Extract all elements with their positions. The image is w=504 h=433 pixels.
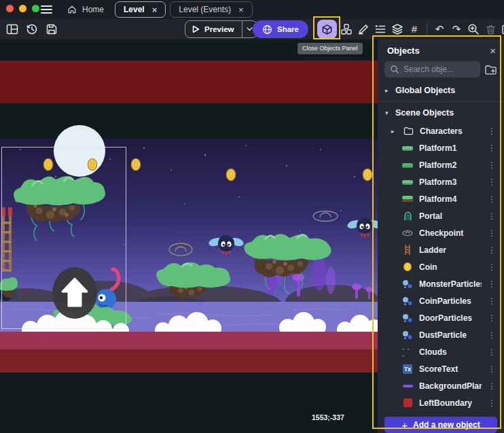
object-row-platform3[interactable]: Platform3 ⋮	[378, 173, 504, 190]
redo-icon[interactable]: ↷	[450, 22, 463, 36]
add-folder-icon[interactable]	[484, 64, 497, 75]
checkpoint-icon	[402, 230, 413, 237]
cube-icon	[321, 24, 333, 35]
object-row-ladder[interactable]: Ladder ⋮	[378, 241, 504, 258]
kebab-menu-icon[interactable]: ⋮	[488, 211, 496, 221]
kebab-menu-icon[interactable]: ⋮	[488, 245, 496, 255]
kebab-menu-icon[interactable]: ⋮	[488, 126, 496, 136]
tab-label: Home	[82, 5, 104, 14]
zoom-in-icon[interactable]	[467, 22, 480, 36]
tab-level[interactable]: Level ×	[115, 1, 166, 18]
plants-line-icon	[402, 385, 413, 387]
objects-panel-title: Objects	[387, 46, 490, 56]
panels-layout-icon[interactable]	[5, 22, 19, 36]
group-scene-objects[interactable]: ▾ Scene Objects	[378, 105, 504, 121]
scene-editor-canvas[interactable]: 1553;-337	[0, 39, 378, 433]
kebab-menu-icon[interactable]: ⋮	[488, 398, 496, 408]
object-row-backgroundplants[interactable]: BackgroundPlants ⋮	[378, 377, 504, 394]
minimize-window-icon[interactable]	[19, 5, 26, 12]
checkpoint-outline-2[interactable]	[169, 243, 192, 256]
caret-collapsed-icon: ▸	[385, 87, 391, 94]
object-row-monsterparticles[interactable]: MonsterParticles ⋮	[378, 275, 504, 292]
tab-label: Level (Events)	[179, 5, 231, 14]
close-panel-icon[interactable]: ×	[490, 45, 496, 56]
kebab-menu-icon[interactable]: ⋮	[488, 364, 496, 374]
monster-bat[interactable]	[208, 235, 245, 254]
kebab-menu-icon[interactable]: ⋮	[488, 228, 496, 238]
hamburger-menu-icon[interactable]	[41, 5, 52, 14]
selection-rectangle	[1, 147, 126, 329]
preview-button[interactable]: Preview	[185, 20, 257, 38]
tab-home[interactable]: Home	[60, 1, 111, 18]
object-row-coinparticles[interactable]: CoinParticles ⋮	[378, 292, 504, 309]
share-label: Share	[277, 25, 299, 33]
object-row-coin[interactable]: Coin ⋮	[378, 258, 504, 275]
kebab-menu-icon[interactable]: ⋮	[488, 177, 496, 187]
kebab-menu-icon[interactable]: ⋮	[488, 279, 496, 289]
rename-scene-icon[interactable]	[501, 22, 504, 36]
tab-label: Level	[124, 5, 145, 14]
object-row-clouds[interactable]: - - - Clouds ⋮	[378, 343, 504, 360]
object-row-platform4[interactable]: Platform4 ⋮	[378, 190, 504, 207]
object-row-platform2[interactable]: Platform2 ⋮	[378, 156, 504, 173]
layers-icon[interactable]	[391, 22, 404, 36]
maximize-window-icon[interactable]	[32, 5, 39, 12]
close-tab-icon[interactable]: ×	[152, 5, 158, 15]
tab-level-events[interactable]: Level (Events) ×	[170, 1, 252, 18]
monster-bat[interactable]	[346, 218, 378, 237]
object-row-portal[interactable]: Portal ⋮	[378, 207, 504, 224]
objects-panel: Objects × ▸ Global Objects ▾ Scene Objec…	[378, 39, 504, 433]
close-tab-icon[interactable]: ×	[238, 5, 244, 15]
object-row-scoretext[interactable]: Tx ScoreText ⋮	[378, 360, 504, 377]
history-icon[interactable]	[25, 22, 39, 36]
folder-icon	[403, 126, 414, 135]
rose-boundary-band[interactable]	[0, 332, 378, 349]
text-object-icon: Tx	[402, 364, 413, 374]
home-icon	[67, 5, 77, 14]
undo-icon[interactable]: ↶	[433, 22, 446, 36]
search-objects-field[interactable]	[384, 61, 480, 77]
object-row-characters[interactable]: ▸ Characters ⋮	[378, 122, 504, 139]
pencil-icon[interactable]	[357, 22, 370, 36]
kebab-menu-icon[interactable]: ⋮	[488, 381, 496, 391]
kebab-menu-icon[interactable]: ⋮	[488, 143, 496, 153]
save-icon[interactable]	[45, 22, 58, 36]
add-new-object-button[interactable]: + Add a new object	[384, 417, 497, 433]
tooltip: Close Objects Panel	[298, 43, 363, 54]
particles-icon	[402, 279, 413, 290]
object-row-doorparticles[interactable]: DoorParticles ⋮	[378, 309, 504, 326]
kebab-menu-icon[interactable]: ⋮	[488, 347, 496, 357]
tab-bar: Home Level × Level (Events) ×	[60, 1, 253, 18]
kebab-menu-icon[interactable]: ⋮	[488, 330, 496, 340]
toolbar: Preview Share # ↶ ↷	[0, 19, 504, 39]
kebab-menu-icon[interactable]: ⋮	[488, 313, 496, 323]
bottom-boundary-red-band[interactable]	[0, 349, 378, 373]
close-window-icon[interactable]	[6, 5, 14, 12]
globe-icon	[262, 24, 272, 35]
kebab-menu-icon[interactable]: ⋮	[488, 262, 496, 272]
object-row-platform1[interactable]: Platform1 ⋮	[378, 139, 504, 156]
coin	[363, 169, 372, 181]
kebab-menu-icon[interactable]: ⋮	[488, 194, 496, 204]
properties-icon[interactable]	[374, 22, 387, 36]
share-button[interactable]: Share	[253, 20, 308, 38]
add-button-label: Add a new object	[413, 420, 480, 430]
object-row-checkpoint[interactable]: Checkpoint ⋮	[378, 224, 504, 241]
search-input[interactable]	[403, 65, 465, 74]
clouds-dashes-icon: - - -	[402, 345, 413, 359]
play-icon	[192, 25, 200, 33]
kebab-menu-icon[interactable]: ⋮	[488, 296, 496, 306]
objects-panel-toggle-button[interactable]	[317, 20, 337, 39]
object-row-leftboundary[interactable]: LeftBoundary ⋮	[378, 394, 504, 411]
kebab-menu-icon[interactable]: ⋮	[488, 160, 496, 170]
object-row-dustparticle[interactable]: DustParticle ⋮	[378, 326, 504, 343]
group-global-objects[interactable]: ▸ Global Objects	[378, 82, 504, 99]
scene-objects-list: ▸ Characters ⋮ Platform1 ⋮ Platform2 ⋮ P…	[378, 122, 504, 411]
trash-icon[interactable]	[484, 22, 497, 36]
checkpoint-outline[interactable]	[313, 211, 338, 222]
instances-icon[interactable]	[340, 22, 353, 36]
coin	[227, 169, 236, 181]
grid-icon[interactable]: #	[408, 22, 421, 36]
platform-thumbnail-icon	[402, 180, 413, 184]
coin-icon	[402, 262, 413, 271]
